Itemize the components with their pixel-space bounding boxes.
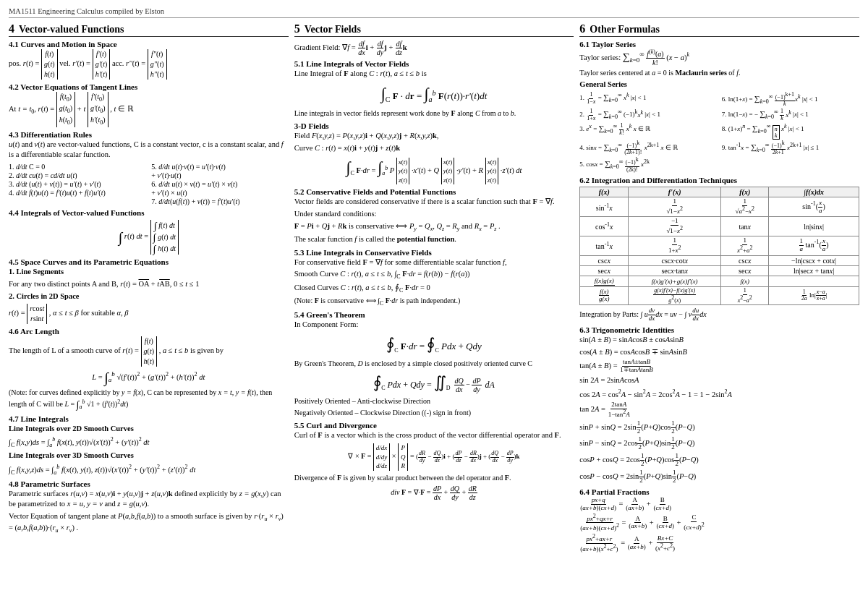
series3: 3. ex = ∑k=0∞ 1k! xk x ∈ ℝ — [579, 123, 717, 140]
sub52-title: 5.2 Conservative Fields and Potential Fu… — [294, 187, 574, 196]
row-tanx: tan-1x 11+x2 1x2+a2 1a tan-1(xa) — [580, 236, 859, 255]
page-header: MA1511 Engineering Calculus compiled by … — [9, 7, 859, 18]
sub54: 5.4 Green's Theorem In Component Form: ∮… — [294, 310, 574, 418]
series8: 8. (1+x)n = ∑k=0∞ nk xk |x| < 1 — [722, 123, 859, 140]
ibp-formula: Integration by Parts: ∫ udvdxdx = uv − ∫… — [579, 307, 859, 323]
sub51: 5.1 Line Integrals of Vector Fields Line… — [294, 59, 574, 119]
sub52-conditions-title: Under standard conditions: — [294, 209, 574, 220]
column-3: 6 Other Formulas 6.1 Taylor Series Taylo… — [579, 22, 859, 607]
section5-num: 5 — [294, 22, 300, 35]
section4-name: Vector-valued Functions — [19, 24, 124, 35]
row-sinx: sin-1x 1√1−x2 1√a2−x2 sin-1(xa) — [580, 197, 859, 217]
sub61-title: 6.1 Taylor Series — [579, 40, 859, 48]
sub42-title: 4.2 Vector Equations of Tangent Lines — [9, 82, 289, 91]
rule6: 6. d/dt u(t) × v(t) = u'(t) × v(t) — [151, 180, 288, 188]
sub55: 5.5 Curl and Divergence Curl of F is a v… — [294, 421, 574, 500]
sub62: 6.2 Integration and Differentiation Tech… — [579, 176, 859, 323]
sub48-title: 4.8 Parametric Surfaces — [9, 479, 289, 488]
series7: 7. ln(1−x) = − ∑k=0∞ 1k xk |x| < 1 — [722, 108, 859, 122]
column-2: 5 Vector Fields Gradient Field: ∇f = dfd… — [294, 22, 574, 607]
sub51-note: Line integrals in vector fields represen… — [294, 108, 574, 119]
rule1: 1. d/dt C = 0 — [9, 163, 145, 171]
sub3d-field: Field F(x,y,z) = P(x,y,z)i + Q(x,y,z)j +… — [294, 131, 574, 142]
rule7-empty — [9, 197, 145, 205]
sub48-tangent: Vector Equation of tangent plane at P(a,… — [9, 511, 289, 535]
sub46-title: 4.6 Arc Length — [9, 327, 289, 336]
sub54-intro: In Component Form: — [294, 320, 574, 331]
sub45-title: 4.5 Space Curves and its Parametric Equa… — [9, 257, 289, 266]
partial-fractions: px+q(ax+b)(cx+d) = A(ax+b) + B(cx+d) px2… — [579, 497, 859, 553]
sub41-content: pos. r(t) = f(t) g(t) h(t) vel. r'(t) = … — [9, 49, 289, 80]
sub42-content: At t = t0, r(t) = f(t0) g(t0) h(t0) + t … — [9, 92, 289, 127]
sub41: 4.1 Curves and Motion in Space pos. r(t)… — [9, 40, 289, 80]
sub45-2-content: r(t) = rcost rsint , α ≤ t ≤ β for suita… — [9, 304, 289, 324]
series2: 2. 11+x = ∑k=0∞ (−1)kxk |x| < 1 — [579, 108, 717, 122]
sub53-smooth: Smooth Curve C : r(t), a ≤ t ≤ b, ∫C F·d… — [294, 269, 574, 281]
sub54-green-formula: ∮C Pdx + Qdy = ∬D dQdx − dPdy dA — [294, 372, 574, 394]
column-1: 4 Vector-valued Functions 4.1 Curves and… — [9, 22, 289, 607]
sub45: 4.5 Space Curves and its Parametric Equa… — [9, 257, 289, 324]
sub48: 4.8 Parametric Surfaces Parametric surfa… — [9, 479, 289, 535]
sub54-neg: Negatively Oriented – Clockwise Directio… — [294, 408, 574, 418]
sub51-title: 5.1 Line Integrals of Vector Fields — [294, 59, 574, 68]
section4-title: 4 Vector-valued Functions — [9, 22, 289, 37]
sub42: 4.2 Vector Equations of Tangent Lines At… — [9, 82, 289, 127]
sub3d-formula: ∫C F·dr = ∫ab P x(t) y(t) z(t) ·x'(t) + … — [294, 157, 574, 184]
sub45-2: 2. Circles in 2D Space — [9, 291, 289, 302]
sub48-content: Parametric surfaces r(u,v) = x(u,v)i + y… — [9, 489, 289, 510]
section6-title: 6 Other Formulas — [579, 22, 859, 37]
sub63-title: 6.3 Trigonometric Identities — [579, 325, 859, 334]
series1: 1. 11−x = ∑k=0∞ xk |x| < 1 — [579, 92, 717, 108]
header-title: MA1511 Engineering Calculus compiled by … — [9, 7, 164, 15]
sub53-title: 5.3 Line Integrals in Conservative Field… — [294, 248, 574, 257]
sub43: 4.3 Differentiation Rules u(t) and v(t) … — [9, 130, 289, 205]
sub43-title: 4.3 Differentiation Rules — [9, 130, 289, 139]
sub47-2d: ∫C f(x,y)ds = ∫ab f(x(t), y(t))√(x'(t))2… — [9, 435, 289, 449]
sub52-def: Vector fields are considered conservativ… — [294, 197, 574, 208]
sub44: 4.4 Integrals of Vector-valued Functions… — [9, 208, 289, 255]
sub47-title: 4.7 Line Integrals — [9, 414, 289, 423]
series-grid: 1. 11−x = ∑k=0∞ xk |x| < 1 6. ln(1+x) = … — [579, 92, 859, 173]
sub46-formula: L = ∫ab √(f'(t))2 + (g'(t))2 + (h'(t))2 … — [9, 370, 289, 385]
sub45-1: 1. Line Segments — [9, 267, 289, 278]
sub55-curl: ∇ × F = d/dx d/dy d/dz × P Q R = (dRdy − — [294, 443, 574, 471]
sub52-scalar: The scalar function f is called the pote… — [294, 234, 574, 245]
sub55-div-intro: Divergence of F is given by scalar produ… — [294, 473, 574, 483]
sub64: 6.4 Partial Fractions px+q(ax+b)(cx+d) =… — [579, 487, 859, 553]
sub61-general: General Series — [579, 80, 859, 90]
sub44-title: 4.4 Integrals of Vector-valued Functions — [9, 208, 289, 217]
col-fpx: f'(x) — [629, 187, 721, 197]
sub53-intro: For conservative field F = ∇f for some d… — [294, 257, 574, 268]
sub54-title: 5.4 Green's Theorem — [294, 310, 574, 319]
sub55-div: div F = ∇·F = dPdx + dQdy + dRdz — [294, 485, 574, 501]
rule4: 4. d/dt f(t)u(t) = f'(t)u(t) + f(t)u'(t) — [9, 189, 145, 197]
sub61-maclaurin: Taylor series centered at a = 0 is Macla… — [579, 68, 859, 78]
rule7: 7. d/dt(u(f(t)) + v(t)) = f'(t)u'(t) — [151, 197, 288, 205]
sub44-content: ∫ r(t) dt = ∫ f(t) dt ∫ g(t) dt ∫ h(t) d… — [9, 220, 289, 255]
sub54-theorem: By Green's Theorem, D is enclosed by a s… — [294, 359, 574, 369]
sub51-formula: ∫C F · dr = ∫ab F(r(t))·r'(t)dt — [294, 83, 574, 106]
section5-name: Vector Fields — [305, 24, 361, 35]
sub46-intro: The length of L of a smooth curve of r(t… — [9, 336, 289, 367]
sub47-sub2: Line Integrals over 3D Smooth Curves — [9, 451, 289, 461]
sub53-note: (Note: F is conservative ⟺ ∫C F·dr is pa… — [294, 296, 574, 307]
sub64-title: 6.4 Partial Fractions — [579, 487, 859, 496]
row-quotient: f(x)g(x) g(x)f'(x)−f(x)g'(x)g2(x) 1x2−a2… — [580, 286, 859, 304]
rule5: 5. d/dt u(t)·v(t) = u'(t)·v(t) — [151, 163, 288, 171]
sub55-intro: Curl of F is a vector which is the cross… — [294, 430, 574, 441]
sub47-3d: ∫C f(x,y,z)ds = ∫ab f(x(t), y(t), z(t))√… — [9, 463, 289, 477]
sub3d-curve: Curve C : r(t) = x(t)i + y(t)j + z(t)k — [294, 143, 574, 154]
series5: 5. cosx = ∑k=0∞ (−1)k(2k)! x2k — [579, 157, 717, 173]
sub52: 5.2 Conservative Fields and Potential Fu… — [294, 187, 574, 244]
rule6b: + v'(t) × u(t) — [151, 189, 288, 197]
diff-rules-grid: 1. d/dt C = 0 5. d/dt u(t)·v(t) = u'(t)·… — [9, 163, 289, 205]
section6-name: Other Formulas — [590, 24, 660, 35]
section5-title: 5 Vector Fields — [294, 22, 574, 37]
sub54-pos: Positively Oriented – Anti-clockwise Dir… — [294, 396, 574, 406]
row-product: f(x)g(x) f(x)g'(x)+g(x)f'(x) f(x) — [580, 276, 859, 286]
rule5b: + v'(t)·u(t) — [151, 171, 288, 179]
rule2: 2. d/dt cu(t) = cd/dt u(t) — [9, 171, 145, 179]
sub55-title: 5.5 Curl and Divergence — [294, 421, 574, 430]
sub61-formula: Taylor series: ∑k=0∞ f(k)(a)k! (x − a)k — [579, 49, 859, 67]
sub46: 4.6 Arc Length The length of L of a smoo… — [9, 327, 289, 412]
